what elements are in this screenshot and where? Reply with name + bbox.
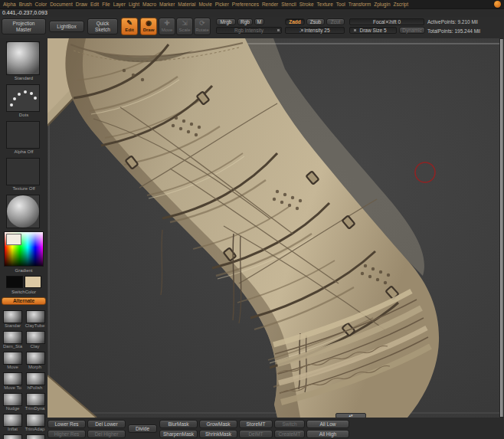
store-mt-button[interactable]: StoreMT — [239, 420, 273, 428]
shrink-mask-button[interactable]: ShrinkMask — [199, 430, 237, 438]
draw-size-handle[interactable] — [353, 28, 357, 32]
menu-marker[interactable]: Marker — [158, 2, 176, 7]
menu-zplugin[interactable]: Zplugin — [372, 2, 391, 7]
projection-master-button[interactable]: Projection Master — [2, 18, 46, 34]
z-intensity-handle[interactable] — [300, 28, 304, 32]
brush-preset-trimdyna[interactable] — [26, 393, 45, 406]
higher-res-button[interactable]: Higher Res — [47, 430, 86, 438]
all-high-button[interactable]: All High — [306, 430, 349, 438]
current-brush-thumbnail[interactable] — [6, 41, 40, 75]
brush-preset-claytube[interactable] — [26, 310, 45, 323]
main-color-swatch[interactable] — [6, 276, 23, 288]
brush-preset-move-to[interactable] — [3, 372, 22, 385]
brush-preset-clay[interactable] — [26, 331, 45, 344]
menu-transform[interactable]: Transform — [347, 2, 372, 7]
alternate-button[interactable]: Alternate — [2, 297, 46, 305]
draw-button[interactable]: ◉ Draw — [140, 18, 157, 35]
all-low-button[interactable]: All Low — [306, 420, 349, 428]
del-higher-label: Del Higher — [95, 431, 119, 437]
zcut-button[interactable]: Zcut — [326, 18, 345, 25]
menu-texture[interactable]: Texture — [316, 2, 335, 7]
rgb-label: Rgb — [241, 19, 250, 25]
divide-button[interactable]: Divide — [128, 424, 157, 433]
menu-draw[interactable]: Draw — [74, 2, 89, 7]
menu-stencil[interactable]: Stencil — [280, 2, 298, 7]
menu-alpha[interactable]: Alpha — [2, 2, 18, 7]
brush-preset-trimaday[interactable] — [3, 434, 22, 439]
brush-preset-trimadap[interactable] — [26, 414, 45, 427]
divide-label: Divide — [136, 426, 149, 431]
draw-size-slider[interactable]: Draw Size 5 — [349, 27, 397, 34]
create-mt-button[interactable]: CreateMT — [274, 430, 305, 438]
move-label: Move — [162, 28, 173, 33]
sculpt-canvas[interactable] — [47, 38, 504, 418]
color-picker-inner-swatch[interactable] — [6, 234, 21, 245]
lightbox-button[interactable]: LightBox — [49, 21, 84, 32]
rotate-circular-icon: ⟳ — [199, 20, 205, 27]
grow-mask-button[interactable]: GrowMask — [199, 420, 237, 428]
shrink-mask-label: ShrinkMask — [205, 431, 231, 437]
zsub-button[interactable]: Zsub — [306, 18, 325, 25]
brush-preset-empty[interactable] — [26, 434, 45, 439]
del-lower-button[interactable]: Del Lower — [87, 420, 126, 428]
menu-zscript[interactable]: Zscript — [392, 2, 411, 7]
switch-color-label: SwitchColor — [0, 290, 47, 294]
material-thumbnail[interactable] — [6, 195, 40, 228]
menu-picker[interactable]: Picker — [214, 2, 231, 7]
brush-preset-inflat[interactable] — [3, 414, 22, 427]
tray-divider[interactable]: ▴▾ — [335, 413, 366, 418]
brush-preset-standar[interactable] — [3, 310, 22, 323]
menu-document[interactable]: Document — [48, 2, 74, 7]
menu-edit[interactable]: Edit — [89, 2, 100, 7]
brush-sphere-icon — [4, 394, 21, 405]
rgb-button[interactable]: Rgb — [237, 18, 253, 25]
menu-layer[interactable]: Layer — [112, 2, 127, 7]
brush-preset-nudge[interactable] — [3, 393, 22, 406]
canvas-scrollbar[interactable] — [499, 38, 504, 418]
del-mt-button[interactable]: DelMT — [239, 430, 273, 438]
brush-preset-move[interactable] — [3, 352, 22, 365]
alpha-thumbnail[interactable] — [6, 121, 40, 149]
lower-res-button[interactable]: Lower Res — [47, 420, 86, 428]
menu-material[interactable]: Material — [176, 2, 197, 7]
menu-brush[interactable]: Brush — [18, 2, 34, 7]
dynamic-button[interactable]: Dynamic — [399, 27, 425, 34]
del-higher-button[interactable]: Del Higher — [87, 430, 126, 438]
scale-button[interactable]: ⇲ Scale — [176, 18, 193, 35]
menu-tool[interactable]: Tool — [335, 2, 347, 7]
texture-thumbnail[interactable] — [6, 158, 40, 185]
menu-preferences[interactable]: Preferences — [231, 2, 260, 7]
brush-preset-morph[interactable] — [26, 352, 45, 365]
focal-shift-handle[interactable] — [385, 20, 389, 24]
edit-button[interactable]: ✎ Edit — [121, 18, 138, 35]
sharpen-mask-button[interactable]: SharpenMask — [159, 430, 198, 438]
menu-macro[interactable]: Macro — [141, 2, 158, 7]
mrgb-button[interactable]: Mrgb — [216, 18, 236, 25]
z-intensity-slider[interactable]: Z Intensity 25 — [285, 27, 345, 34]
menu-movie[interactable]: Movie — [197, 2, 213, 7]
texture-label: Texture Off — [0, 186, 47, 191]
move-button[interactable]: ✚ Move — [159, 18, 175, 35]
focal-shift-slider[interactable]: Focal Shift 0 — [349, 18, 424, 25]
zbrush-home-icon[interactable] — [494, 1, 501, 8]
secondary-color-swatch[interactable] — [25, 276, 41, 288]
menu-light[interactable]: Light — [127, 2, 141, 7]
menu-file[interactable]: File — [100, 2, 111, 7]
brush-preset-label: TrimAdap — [25, 427, 45, 432]
stroke-type-thumbnail[interactable] — [6, 84, 40, 112]
color-picker[interactable] — [4, 231, 44, 267]
blur-mask-button[interactable]: BlurMask — [159, 420, 198, 428]
rgb-intensity-slider[interactable]: Rgb Intensity — [216, 27, 282, 34]
menu-color[interactable]: Color — [34, 2, 49, 7]
quick-sketch-button[interactable]: Quick Sketch — [87, 18, 118, 34]
brush-preset-dam_sta[interactable] — [3, 331, 22, 344]
m-button[interactable]: M — [254, 18, 264, 25]
switch-button[interactable]: Switch — [274, 420, 305, 428]
rotate-button[interactable]: ⟳ Rotate — [194, 18, 211, 35]
brush-preset-hpolish[interactable] — [26, 372, 45, 385]
rgb-intensity-handle[interactable] — [277, 28, 280, 32]
menu-stroke[interactable]: Stroke — [298, 2, 316, 7]
alternate-label: Alternate — [13, 298, 34, 303]
menu-render[interactable]: Render — [260, 2, 280, 7]
zadd-button[interactable]: Zadd — [285, 18, 305, 25]
